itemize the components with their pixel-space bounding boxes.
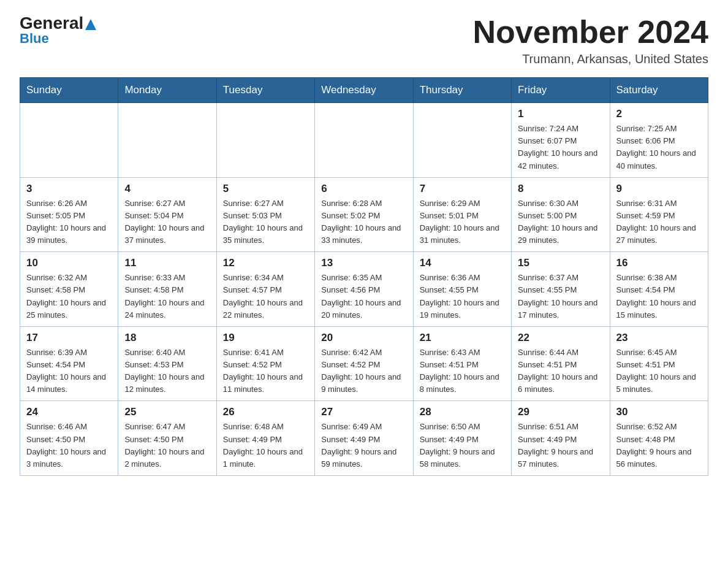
day-info: Sunrise: 6:39 AM Sunset: 4:54 PM Dayligh… (26, 347, 112, 396)
col-wednesday: Wednesday (315, 78, 413, 103)
col-monday: Monday (118, 78, 216, 103)
day-info: Sunrise: 6:51 AM Sunset: 4:49 PM Dayligh… (518, 421, 603, 470)
week-row-1: 1Sunrise: 7:24 AM Sunset: 6:07 PM Daylig… (20, 103, 708, 178)
title-area: November 2024 Trumann, Arkansas, United … (473, 15, 708, 66)
day-number: 7 (420, 183, 505, 195)
calendar-table: Sunday Monday Tuesday Wednesday Thursday… (20, 77, 708, 476)
day-number: 24 (26, 406, 112, 418)
calendar-cell: 27Sunrise: 6:49 AM Sunset: 4:49 PM Dayli… (315, 401, 413, 476)
day-info: Sunrise: 6:36 AM Sunset: 4:55 PM Dayligh… (420, 272, 505, 321)
calendar-cell (118, 103, 216, 178)
day-info: Sunrise: 6:37 AM Sunset: 4:55 PM Dayligh… (518, 272, 603, 321)
calendar-cell: 24Sunrise: 6:46 AM Sunset: 4:50 PM Dayli… (20, 401, 118, 476)
calendar-cell: 7Sunrise: 6:29 AM Sunset: 5:01 PM Daylig… (413, 177, 511, 252)
day-info: Sunrise: 6:27 AM Sunset: 5:03 PM Dayligh… (223, 197, 308, 247)
day-info: Sunrise: 6:44 AM Sunset: 4:51 PM Dayligh… (518, 347, 603, 396)
calendar-cell (315, 103, 413, 178)
day-info: Sunrise: 6:32 AM Sunset: 4:58 PM Dayligh… (26, 272, 112, 321)
calendar-cell: 22Sunrise: 6:44 AM Sunset: 4:51 PM Dayli… (512, 326, 610, 401)
day-number: 12 (223, 257, 308, 269)
calendar-cell: 18Sunrise: 6:40 AM Sunset: 4:53 PM Dayli… (118, 326, 216, 401)
calendar-cell: 12Sunrise: 6:34 AM Sunset: 4:57 PM Dayli… (216, 252, 314, 327)
calendar-cell: 21Sunrise: 6:43 AM Sunset: 4:51 PM Dayli… (413, 326, 511, 401)
day-info: Sunrise: 6:50 AM Sunset: 4:49 PM Dayligh… (420, 421, 505, 470)
calendar-cell: 16Sunrise: 6:38 AM Sunset: 4:54 PM Dayli… (610, 252, 708, 327)
day-number: 29 (518, 406, 603, 418)
day-info: Sunrise: 7:24 AM Sunset: 6:07 PM Dayligh… (518, 123, 603, 172)
logo-sub: Blue (20, 31, 49, 47)
day-info: Sunrise: 7:25 AM Sunset: 6:06 PM Dayligh… (616, 123, 702, 172)
calendar-cell: 4Sunrise: 6:27 AM Sunset: 5:04 PM Daylig… (118, 177, 216, 252)
day-info: Sunrise: 6:29 AM Sunset: 5:01 PM Dayligh… (420, 197, 505, 247)
day-number: 5 (223, 183, 308, 195)
header-row: Sunday Monday Tuesday Wednesday Thursday… (20, 78, 708, 103)
day-info: Sunrise: 6:28 AM Sunset: 5:02 PM Dayligh… (321, 197, 406, 247)
calendar-cell: 30Sunrise: 6:52 AM Sunset: 4:48 PM Dayli… (610, 401, 708, 476)
day-number: 20 (321, 332, 406, 344)
calendar-cell: 9Sunrise: 6:31 AM Sunset: 4:59 PM Daylig… (610, 177, 708, 252)
day-number: 17 (26, 332, 112, 344)
calendar-cell: 2Sunrise: 7:25 AM Sunset: 6:06 PM Daylig… (610, 103, 708, 178)
calendar-cell: 26Sunrise: 6:48 AM Sunset: 4:49 PM Dayli… (216, 401, 314, 476)
week-row-3: 10Sunrise: 6:32 AM Sunset: 4:58 PM Dayli… (20, 252, 708, 327)
week-row-5: 24Sunrise: 6:46 AM Sunset: 4:50 PM Dayli… (20, 401, 708, 476)
day-info: Sunrise: 6:43 AM Sunset: 4:51 PM Dayligh… (420, 347, 505, 396)
calendar-cell (20, 103, 118, 178)
calendar-cell: 25Sunrise: 6:47 AM Sunset: 4:50 PM Dayli… (118, 401, 216, 476)
day-number: 1 (518, 108, 603, 120)
col-friday: Friday (512, 78, 610, 103)
day-info: Sunrise: 6:49 AM Sunset: 4:49 PM Dayligh… (321, 421, 406, 470)
day-info: Sunrise: 6:41 AM Sunset: 4:52 PM Dayligh… (223, 347, 308, 396)
logo-area: General Blue (20, 15, 96, 47)
day-info: Sunrise: 6:45 AM Sunset: 4:51 PM Dayligh… (616, 347, 702, 396)
calendar-cell: 5Sunrise: 6:27 AM Sunset: 5:03 PM Daylig… (216, 177, 314, 252)
day-info: Sunrise: 6:46 AM Sunset: 4:50 PM Dayligh… (26, 421, 112, 470)
day-info: Sunrise: 6:38 AM Sunset: 4:54 PM Dayligh… (616, 272, 702, 321)
calendar-cell (216, 103, 314, 178)
calendar-cell (413, 103, 511, 178)
calendar-cell: 17Sunrise: 6:39 AM Sunset: 4:54 PM Dayli… (20, 326, 118, 401)
calendar-cell: 13Sunrise: 6:35 AM Sunset: 4:56 PM Dayli… (315, 252, 413, 327)
week-row-4: 17Sunrise: 6:39 AM Sunset: 4:54 PM Dayli… (20, 326, 708, 401)
calendar-cell: 14Sunrise: 6:36 AM Sunset: 4:55 PM Dayli… (413, 252, 511, 327)
day-info: Sunrise: 6:26 AM Sunset: 5:05 PM Dayligh… (26, 197, 112, 247)
header: General Blue November 2024 Trumann, Arka… (20, 15, 708, 66)
day-number: 8 (518, 183, 603, 195)
calendar-cell: 3Sunrise: 6:26 AM Sunset: 5:05 PM Daylig… (20, 177, 118, 252)
calendar-cell: 6Sunrise: 6:28 AM Sunset: 5:02 PM Daylig… (315, 177, 413, 252)
week-row-2: 3Sunrise: 6:26 AM Sunset: 5:05 PM Daylig… (20, 177, 708, 252)
col-sunday: Sunday (20, 78, 118, 103)
day-number: 10 (26, 257, 112, 269)
col-tuesday: Tuesday (216, 78, 314, 103)
day-number: 28 (420, 406, 505, 418)
day-info: Sunrise: 6:47 AM Sunset: 4:50 PM Dayligh… (124, 421, 210, 470)
day-number: 25 (124, 406, 210, 418)
day-info: Sunrise: 6:34 AM Sunset: 4:57 PM Dayligh… (223, 272, 308, 321)
col-thursday: Thursday (413, 78, 511, 103)
calendar-cell: 23Sunrise: 6:45 AM Sunset: 4:51 PM Dayli… (610, 326, 708, 401)
day-number: 3 (26, 183, 112, 195)
calendar-cell: 20Sunrise: 6:42 AM Sunset: 4:52 PM Dayli… (315, 326, 413, 401)
calendar-cell: 29Sunrise: 6:51 AM Sunset: 4:49 PM Dayli… (512, 401, 610, 476)
day-info: Sunrise: 6:35 AM Sunset: 4:56 PM Dayligh… (321, 272, 406, 321)
day-number: 15 (518, 257, 603, 269)
day-info: Sunrise: 6:31 AM Sunset: 4:59 PM Dayligh… (616, 197, 702, 247)
calendar-cell: 19Sunrise: 6:41 AM Sunset: 4:52 PM Dayli… (216, 326, 314, 401)
day-info: Sunrise: 6:27 AM Sunset: 5:04 PM Dayligh… (124, 197, 210, 247)
day-number: 18 (124, 332, 210, 344)
day-info: Sunrise: 6:42 AM Sunset: 4:52 PM Dayligh… (321, 347, 406, 396)
day-number: 2 (616, 108, 702, 120)
day-number: 23 (616, 332, 702, 344)
day-number: 6 (321, 183, 406, 195)
month-title: November 2024 (473, 15, 708, 50)
day-number: 19 (223, 332, 308, 344)
day-number: 21 (420, 332, 505, 344)
day-number: 27 (321, 406, 406, 418)
day-number: 9 (616, 183, 702, 195)
day-number: 14 (420, 257, 505, 269)
day-number: 26 (223, 406, 308, 418)
day-number: 30 (616, 406, 702, 418)
col-saturday: Saturday (610, 78, 708, 103)
day-info: Sunrise: 6:52 AM Sunset: 4:48 PM Dayligh… (616, 421, 702, 470)
day-number: 4 (124, 183, 210, 195)
